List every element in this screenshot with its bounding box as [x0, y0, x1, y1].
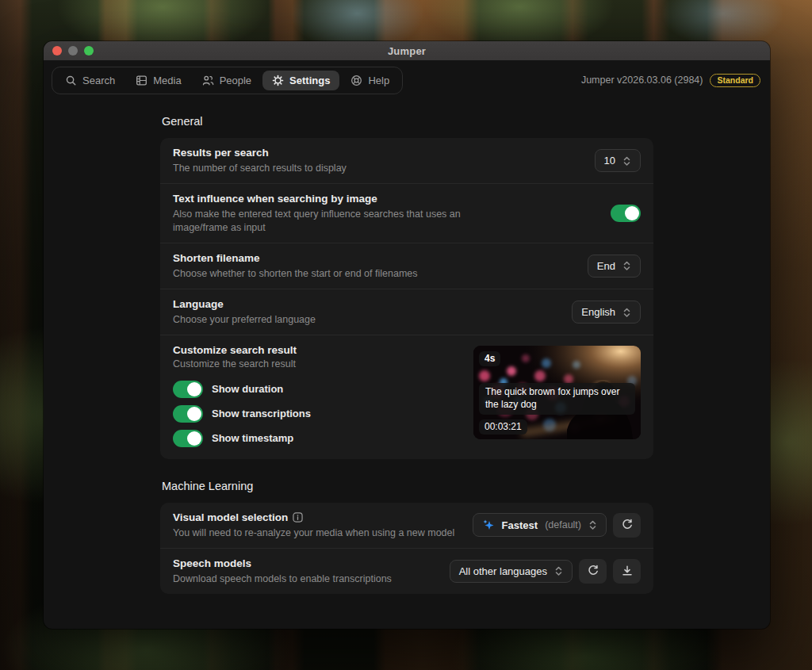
visual-model-refresh-button[interactable] [613, 513, 641, 538]
section-title-machine-learning: Machine Learning [162, 480, 653, 492]
chevron-up-down-icon [622, 260, 631, 271]
setting-subtitle: Also make the entered text query influen… [173, 208, 506, 234]
select-value: Fastest [502, 519, 538, 531]
toggle-knob [187, 407, 201, 421]
tab-help[interactable]: Help [341, 71, 399, 90]
toggle-label: Show duration [212, 383, 283, 395]
setting-title: Language [173, 298, 316, 310]
row-customize-search-result: Customize search result Customize the se… [160, 335, 653, 458]
nav-tab-bar: Search Media People [52, 67, 403, 94]
toolbar-right: Jumper v2026.03.06 (2984) Standard [581, 74, 760, 87]
tab-people[interactable]: People [193, 71, 261, 90]
toggle-show-transcriptions: Show transcriptions [173, 405, 311, 423]
visual-model-select[interactable]: Fastest (default) [473, 513, 607, 537]
row-shorten-filename: Shorten filename Choose whether to short… [160, 243, 653, 289]
setting-title: Shorten filename [173, 252, 418, 264]
setting-subtitle: Customize the search result [173, 358, 311, 370]
tab-label: Media [153, 75, 181, 86]
select-value: End [597, 260, 615, 272]
show-transcriptions-toggle[interactable] [173, 405, 203, 423]
duration-badge: 4s [479, 351, 500, 366]
row-visual-model: Visual model selection You will need to … [160, 503, 653, 548]
select-value: All other languages [459, 565, 547, 577]
refresh-icon [621, 519, 634, 531]
info-icon[interactable] [293, 512, 303, 523]
film-icon [136, 75, 147, 86]
license-badge: Standard [710, 74, 760, 87]
chevron-up-down-icon [554, 565, 563, 576]
toggle-show-timestamp: Show timestamp [173, 430, 311, 447]
setting-title: Text influence when searching by image [173, 193, 506, 205]
row-results-per-search: Results per search The number of search … [160, 138, 653, 183]
people-icon [202, 75, 214, 86]
tab-label: Help [368, 75, 389, 86]
toolbar: Search Media People [44, 60, 770, 100]
chevron-up-down-icon [622, 155, 631, 167]
row-text-influence: Text influence when searching by image A… [160, 183, 653, 243]
tab-media[interactable]: Media [126, 71, 190, 90]
lifebuoy-icon [350, 75, 362, 86]
row-language: Language Choose your preferred language … [160, 289, 653, 335]
minimize-button[interactable] [68, 46, 78, 56]
tab-label: People [220, 75, 251, 86]
close-button[interactable] [52, 46, 62, 56]
setting-title: Customize search result [173, 344, 311, 356]
show-duration-toggle[interactable] [173, 381, 203, 398]
traffic-lights [52, 46, 94, 56]
show-timestamp-toggle[interactable] [173, 430, 203, 447]
section-title-general: General [162, 115, 653, 128]
toggle-label: Show transcriptions [212, 408, 311, 419]
setting-title: Visual model selection [173, 511, 288, 523]
shorten-filename-select[interactable]: End [588, 255, 641, 278]
refresh-icon [587, 565, 599, 577]
settings-content: General Results per search The number of… [44, 100, 770, 629]
title-bar: Jumper [44, 41, 770, 60]
window-title: Jumper [388, 45, 426, 57]
stepper-value: 10 [604, 155, 615, 167]
toggle-knob [187, 382, 201, 396]
toggle-label: Show timestamp [212, 432, 293, 444]
toggle-show-duration: Show duration [173, 381, 311, 398]
gear-icon [272, 75, 284, 86]
setting-title: Results per search [173, 147, 347, 159]
tab-settings[interactable]: Settings [262, 71, 339, 90]
select-default-hint: (default) [545, 519, 581, 530]
tab-label: Search [82, 75, 115, 86]
customize-toggle-list: Show duration Show transcriptions Show t… [173, 381, 311, 447]
chevron-up-down-icon [588, 519, 597, 530]
general-card: Results per search The number of search … [160, 138, 653, 459]
speech-models-refresh-button[interactable] [579, 559, 607, 584]
zoom-button[interactable] [84, 46, 94, 56]
row-speech-models: Speech models Download speech models to … [160, 548, 653, 594]
app-version: Jumper v2026.03.06 (2984) [581, 75, 703, 86]
sparkle-icon [482, 519, 495, 531]
setting-subtitle: Choose whether to shorten the start or e… [173, 267, 418, 280]
setting-title: Speech models [173, 557, 392, 569]
setting-subtitle: The number of search results to display [173, 162, 347, 174]
chevron-up-down-icon [622, 307, 631, 318]
transcription-caption: The quick brown fox jumps over the lazy … [479, 383, 635, 415]
language-select[interactable]: English [572, 301, 641, 324]
tab-search[interactable]: Search [56, 71, 124, 90]
tab-label: Settings [289, 75, 330, 86]
search-icon [65, 75, 77, 86]
toggle-knob [187, 431, 201, 446]
select-value: English [581, 306, 615, 318]
machine-learning-card: Visual model selection You will need to … [160, 503, 653, 595]
app-window: Jumper Search Media People [44, 41, 770, 629]
download-icon [621, 565, 634, 577]
desktop-wallpaper: Jumper Search Media People [0, 0, 812, 670]
results-per-search-stepper[interactable]: 10 [595, 149, 641, 172]
search-result-preview: 4s The quick brown fox jumps over the la… [473, 346, 641, 439]
toggle-knob [625, 206, 639, 220]
timestamp-badge: 00:03:21 [479, 419, 527, 435]
text-influence-toggle[interactable] [611, 205, 641, 222]
setting-subtitle: Choose your preferred language [173, 313, 316, 326]
speech-models-select[interactable]: All other languages [450, 560, 573, 583]
speech-models-download-button[interactable] [613, 559, 641, 584]
setting-subtitle: You will need to re-analyze your media w… [173, 526, 454, 539]
setting-subtitle: Download speech models to enable transcr… [173, 572, 392, 585]
